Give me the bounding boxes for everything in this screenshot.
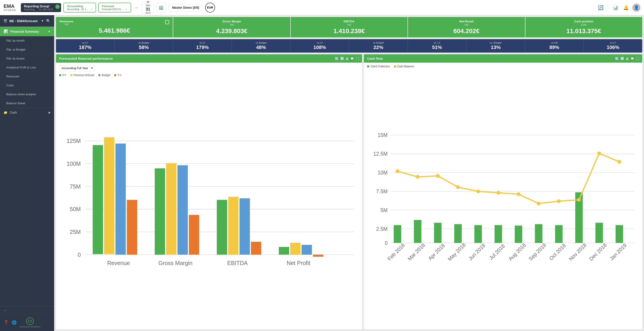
bar-chart-svg: 125M 100M 75M 50M 25M 0 Revenue [59, 79, 359, 327]
org-chart-button[interactable]: 🏢 [156, 3, 166, 12]
sidebar-item-pnl-tenant[interactable]: P&L by tenant [0, 54, 54, 63]
svg-rect-52 [494, 225, 502, 243]
help-button[interactable]: ❓ [4, 320, 8, 325]
comp-nr-budget: vs. Budget 13% [466, 39, 525, 52]
svg-text:Net Profit: Net Profit [287, 260, 310, 266]
image-icon[interactable]: 🖼 [340, 57, 344, 60]
logo-name: EMA [4, 4, 16, 9]
accounting-filter-button[interactable]: Accounting Accounting - 31 J... ✓ [63, 3, 96, 12]
sidebar-header: ☰ BE - EMAforecast ▼ 🔍 [0, 15, 54, 27]
collection-dot [367, 65, 369, 67]
svg-rect-24 [228, 197, 238, 255]
svg-text:Nov 2018: Nov 2018 [568, 242, 588, 262]
globe-button[interactable]: 🌐 [12, 320, 16, 325]
expand-icon[interactable]: ⛶ [356, 57, 359, 60]
svg-rect-50 [454, 224, 462, 243]
kpi-revenues: Revenues YtD 5.461.986€ [56, 17, 173, 37]
svg-point-67 [557, 199, 561, 203]
svg-point-70 [618, 160, 622, 164]
hamburger-button[interactable]: ☰ [4, 18, 7, 23]
svg-point-69 [597, 151, 601, 155]
print-icon[interactable]: 🖨 [345, 57, 348, 60]
svg-text:0: 0 [385, 240, 388, 246]
svg-rect-15 [116, 144, 126, 255]
image-line-icon[interactable]: 🖼 [620, 57, 624, 60]
sidebar-item-analytical-pnl[interactable]: Analytical Profit & Loss [0, 63, 54, 72]
period-dropdown[interactable]: Accounting Full Year [59, 65, 95, 71]
logo-sub: SPHERE [4, 9, 16, 11]
bar-chart-header-icons: 🔄 🖼 🖨 💬 ⛶ [335, 57, 359, 60]
svg-point-66 [537, 202, 540, 206]
svg-point-62 [456, 185, 460, 189]
kpi-revenues-value: 5.461.986€ [60, 27, 169, 34]
svg-text:Aug 2018: Aug 2018 [508, 242, 527, 262]
chart-button[interactable]: 📊 [611, 5, 620, 10]
sidebar-search-button[interactable]: 🔍 [46, 19, 50, 23]
refresh-line-icon[interactable]: 🔄 [615, 57, 619, 60]
powered-by-text: Powered by EMAphere [20, 326, 40, 328]
costs-label: Costs [6, 84, 14, 87]
sidebar-item-balance-sheet[interactable]: Balance Sheet [0, 99, 54, 108]
comp-cp-ly: vs LY 106% [584, 39, 642, 52]
comment-line-icon[interactable]: 💬 [630, 57, 634, 60]
accounting-sub: Accounting - 31 J... ✓ [67, 8, 92, 11]
sidebar: ☰ BE - EMAforecast ▼ 🔍 📊 Financial Summa… [0, 15, 54, 331]
bar-chart-header: Forecasted financial performance 🔄 🖼 🖨 💬… [56, 54, 362, 63]
avatar-button[interactable]: 👤 [632, 3, 640, 12]
svg-text:Mar 2018: Mar 2018 [406, 242, 426, 262]
folder-icon: 📁 [4, 111, 8, 114]
reporting-group-sub: Reporting 31 JAN 2019 [24, 8, 53, 11]
sidebar-item-pnl-budget[interactable]: P&L vs Budget [0, 45, 54, 54]
refresh-button[interactable]: 🔄 [596, 5, 605, 10]
bar-chart-legend: CY Previous forecast Budget Y-1 [56, 74, 362, 78]
legend-prev: Previous forecast [70, 74, 94, 77]
sidebar-item-revenues[interactable]: Revenues [0, 72, 54, 81]
svg-text:Apr 2018: Apr 2018 [427, 242, 446, 262]
svg-rect-47 [394, 225, 402, 243]
kpi-ebitda-subtitle: YtD [294, 23, 404, 26]
svg-text:10M: 10M [378, 170, 388, 176]
comp-nr-ly: vs. LY 51% [408, 39, 466, 52]
kpi-revenues-subtitle: YtD [60, 23, 73, 26]
logo-area: EMA SPHERE [4, 4, 16, 11]
kpi-ebitda-title: EBITDA [294, 20, 404, 23]
master-demo-button[interactable]: Master Demo (5/5) [168, 4, 203, 11]
bar-chart-controls: Accounting Full Year [56, 63, 362, 74]
expand-line-icon[interactable]: ⛶ [636, 57, 639, 60]
top-nav: EMA SPHERE Reporting Group' Reporting 31… [0, 0, 644, 15]
bell-button[interactable]: 🔔 [622, 5, 630, 10]
svg-rect-49 [434, 223, 442, 243]
svg-point-0 [26, 318, 34, 325]
svg-point-68 [577, 198, 581, 202]
kpi-gross-margin: Gross Margin YtD 4.239.803€ [173, 17, 290, 37]
svg-text:15M: 15M [378, 132, 388, 138]
sidebar-item-cash[interactable]: 📁 Cash ▶ [0, 108, 54, 117]
svg-text:Dec 2018: Dec 2018 [588, 242, 608, 262]
calendar-month: Jan [146, 3, 150, 7]
forecast-filter-button[interactable]: Forecast Forecast 2019 Gr... ✓ [98, 3, 131, 12]
calendar-button[interactable]: 📅 Jan 31 2019 [142, 2, 154, 13]
currency-button[interactable]: EUR [205, 3, 215, 12]
reporting-group-button[interactable]: Reporting Group' Reporting 31 JAN 2019 ✓ [21, 3, 61, 12]
comp-cp-lm: vs LM 89% [525, 39, 584, 52]
y1-dot [114, 74, 116, 76]
kpi-gm-title: Gross Margin [177, 20, 286, 23]
comment-icon[interactable]: 💬 [350, 57, 354, 60]
kpi-ebitda: EBITDA YtD 1.410.238€ [291, 17, 408, 37]
svg-text:2.5M: 2.5M [376, 226, 388, 232]
kpi-cash-position: Cash position EoM 11.013.375€ [526, 17, 642, 37]
comp-rev-ly: vs LY 187% [56, 39, 114, 52]
svg-rect-14 [104, 137, 114, 254]
comp-rev-budget: vs Budget 58% [114, 39, 173, 52]
svg-rect-58 [616, 225, 623, 243]
sidebar-dropdown-button[interactable]: ▼ [41, 19, 44, 22]
sidebar-item-costs[interactable]: Costs [0, 81, 54, 90]
print-line-icon[interactable]: 🖨 [626, 57, 628, 60]
sidebar-item-pnl-month[interactable]: P&L by month [0, 36, 54, 45]
refresh-chart-icon[interactable]: 🔄 [335, 57, 338, 60]
more-options-button[interactable]: ··· [133, 5, 140, 10]
sidebar-item-balance-sheet-analysis[interactable]: Balance sheet analysis [0, 90, 54, 99]
kpi-cp-value: 11.013.375€ [529, 27, 639, 35]
sidebar-item-financial-summary[interactable]: 📊 Financial Summary ▼ [0, 27, 54, 36]
comp-ebitda-ly: vs LY 108% [290, 39, 349, 52]
